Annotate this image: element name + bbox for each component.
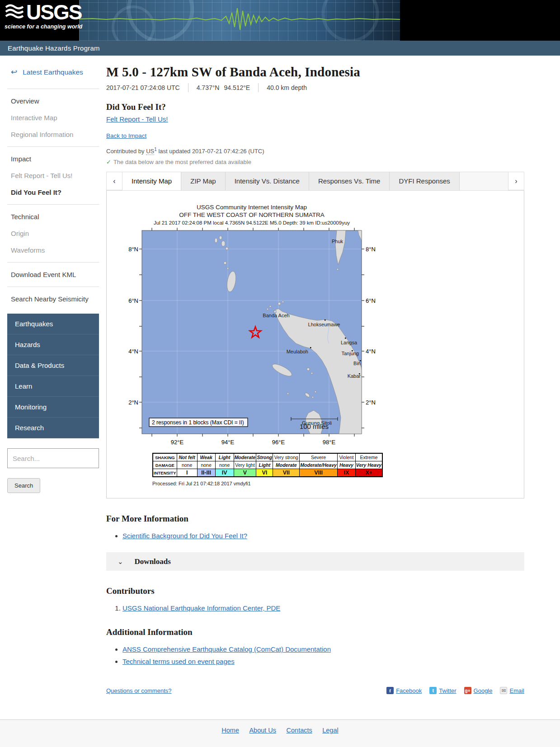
svg-text:92°E: 92°E	[171, 439, 184, 446]
search-input[interactable]	[7, 448, 99, 468]
neic-pde-link[interactable]: USGS National Earthquake Information Cen…	[122, 604, 280, 612]
nav-hazards[interactable]: Hazards	[7, 334, 99, 355]
nav-monitoring[interactable]: Monitoring	[7, 397, 99, 418]
main-nav: Earthquakes Hazards Data & Products Lear…	[7, 314, 99, 438]
contributor-us-link[interactable]: US	[146, 148, 154, 155]
contributed-line: Contributed by US1 last updated 2017-07-…	[106, 147, 524, 155]
usgs-wave-icon	[5, 3, 24, 23]
downloads-label: Downloads	[135, 557, 171, 566]
nav-learn[interactable]: Learn	[7, 376, 99, 397]
event-coordinates: 4.737°N94.512°E	[188, 83, 259, 92]
map-region-title: OFF THE WEST COAST OF NORTHERN SUMATRA	[179, 211, 324, 218]
usgs-logo[interactable]: USGS science for a changing world	[5, 3, 81, 30]
svg-text:98°E: 98°E	[323, 439, 336, 446]
social-links: f Facebook t Twitter g+ Google ✉ Email	[386, 687, 524, 694]
sidebar-item-overview[interactable]: Overview	[7, 93, 99, 109]
program-title-bar: Earthquake Hazards Program	[0, 41, 560, 56]
footer-legal-link[interactable]: Legal	[322, 727, 338, 734]
divider	[7, 89, 99, 89]
event-depth: 40.0 km depth	[258, 83, 315, 92]
city-phuk: Phuk	[332, 239, 344, 244]
search-button[interactable]: Search	[7, 478, 40, 493]
tabs-scroll-left-button[interactable]: ‹	[106, 172, 122, 190]
divider	[7, 146, 99, 147]
svg-text:6°N: 6°N	[366, 297, 376, 304]
legend-row-damage: DAMAGE none none none Very light Light M…	[153, 461, 382, 469]
sidebar-item-interactive-map[interactable]: Interactive Map	[7, 109, 99, 126]
site-header: USGS science for a changing world	[0, 0, 560, 41]
nav-data-products[interactable]: Data & Products	[7, 355, 99, 376]
felt-report-link[interactable]: Felt Report - Tell Us!	[106, 115, 168, 123]
back-arrow-icon: ↩	[11, 67, 17, 77]
svg-text:2°N: 2°N	[128, 399, 138, 406]
legend-row-shaking: SHAKING Not felt Weak Light Moderate Str…	[153, 453, 382, 461]
seismograph-banner-image	[79, 0, 400, 41]
tab-zip-map[interactable]: ZIP Map	[181, 172, 225, 190]
svg-text:96°E: 96°E	[272, 439, 285, 446]
divider	[7, 262, 99, 263]
back-to-impact-link[interactable]: Back to Impact	[106, 132, 146, 139]
svg-text:2 responses in 1 blocks (Max C: 2 responses in 1 blocks (Max CDI = II)	[152, 419, 244, 426]
svg-text:6°N: 6°N	[128, 297, 138, 304]
sidebar-item-waveforms[interactable]: Waveforms	[7, 242, 99, 258]
divider	[7, 287, 99, 287]
google-plus-icon: g+	[464, 687, 471, 694]
sidebar-item-impact[interactable]: Impact	[7, 150, 99, 167]
usgs-logo-text: USGS	[26, 3, 81, 23]
sidebar-item-felt-report[interactable]: Felt Report - Tell Us!	[7, 167, 99, 184]
tabs-scroll-right-button[interactable]: ›	[508, 172, 524, 190]
site-footer: Home About Us Contacts Legal	[0, 719, 560, 747]
feedback-row: Questions or comments? f Facebook t Twit…	[106, 687, 524, 694]
nav-research[interactable]: Research	[7, 418, 99, 438]
contributor-footnote: 1	[154, 147, 157, 152]
nav-earthquakes[interactable]: Earthquakes	[7, 314, 99, 334]
main-content: M 5.0 - 127km SW of Banda Aceh, Indonesi…	[106, 56, 524, 708]
event-time: 2017-07-21 07:24:08 UTC	[106, 83, 188, 92]
google-share[interactable]: g+ Google	[464, 687, 493, 694]
city-banda-aceh: Banda Aceh	[263, 313, 289, 318]
email-share[interactable]: ✉ Email	[500, 687, 524, 694]
dyfi-heading: Did You Feel It?	[106, 102, 524, 112]
tab-intensity-vs-distance[interactable]: Intensity Vs. Distance	[226, 172, 309, 190]
tab-dyfi-responses[interactable]: DYFI Responses	[390, 172, 459, 190]
footer-home-link[interactable]: Home	[221, 727, 239, 734]
intensity-map-figure: USGS Community Internet Intensity Map OF…	[127, 202, 381, 449]
chevron-right-icon: ›	[515, 177, 517, 185]
svg-text:8°N: 8°N	[128, 246, 138, 253]
chevron-down-icon: ⌄	[118, 558, 123, 566]
comcat-documentation-link[interactable]: ANSS Comprehensive Earthquake Catalog (C…	[122, 645, 331, 653]
list-item: ANSS Comprehensive Earthquake Catalog (C…	[122, 645, 524, 653]
page-title: M 5.0 - 127km SW of Banda Aceh, Indonesi…	[106, 65, 524, 80]
contributors-heading: Contributors	[106, 586, 524, 596]
sidebar-item-origin[interactable]: Origin	[7, 225, 99, 242]
sidebar-item-download-event-kml[interactable]: Download Event KML	[7, 266, 99, 283]
sidebar-item-technical[interactable]: Technical	[7, 208, 99, 225]
event-meta: 2017-07-21 07:24:08 UTC 4.737°N94.512°E …	[106, 83, 524, 92]
map-title: USGS Community Internet Intensity Map	[197, 204, 307, 211]
city-kabar: Kabar	[348, 373, 361, 379]
questions-comments-link[interactable]: Questions or comments?	[106, 687, 172, 694]
facebook-share[interactable]: f Facebook	[386, 687, 422, 694]
city-langsa: Langsa	[341, 340, 358, 345]
tab-intensity-map[interactable]: Intensity Map	[122, 172, 181, 190]
svg-text:94°E: 94°E	[221, 439, 235, 446]
sidebar-item-search-nearby-seismicity[interactable]: Search Nearby Seismicity	[7, 291, 99, 307]
facebook-icon: f	[386, 687, 394, 694]
footer-about-link[interactable]: About Us	[249, 727, 276, 734]
sidebar: ↩ Latest Earthquakes Overview Interactiv…	[0, 56, 99, 493]
twitter-share[interactable]: t Twitter	[429, 687, 456, 694]
technical-terms-link[interactable]: Technical terms used on event pages	[122, 658, 235, 665]
sidebar-item-did-you-feel-it[interactable]: Did You Feel It?	[7, 184, 99, 201]
divider	[7, 204, 99, 205]
sidebar-item-regional-information[interactable]: Regional Information	[7, 126, 99, 143]
tab-responses-vs-time[interactable]: Responses Vs. Time	[309, 172, 390, 190]
scientific-background-link[interactable]: Scientific Background for Did You Feel I…	[122, 532, 247, 540]
preferred-data-note: ✓The data below are the most preferred d…	[106, 159, 524, 165]
scale-label: 100 miles	[300, 423, 329, 430]
check-icon: ✓	[106, 159, 111, 165]
latest-earthquakes-link[interactable]: ↩ Latest Earthquakes	[7, 56, 99, 85]
footer-contacts-link[interactable]: Contacts	[287, 727, 312, 734]
map-lon-labels: 92°E 94°E 96°E 98°E	[171, 439, 336, 446]
list-item: Technical terms used on event pages	[122, 658, 524, 665]
downloads-accordion[interactable]: ⌄ Downloads	[106, 552, 524, 571]
